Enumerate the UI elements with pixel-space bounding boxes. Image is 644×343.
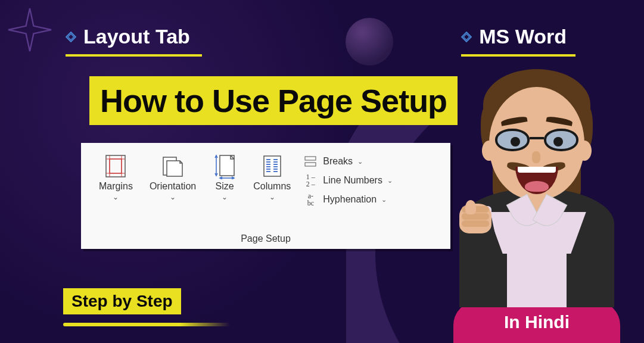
- breaks-icon: [303, 155, 318, 168]
- size-icon: [213, 154, 237, 179]
- tag-underline: [66, 54, 202, 57]
- tag-left-label: Layout Tab: [83, 25, 190, 48]
- line-numbers-icon: 1 –2 –: [303, 174, 318, 187]
- line-numbers-button[interactable]: 1 –2 – Line Numbers ⌄: [303, 174, 393, 187]
- hyphenation-icon: a-bc: [303, 193, 318, 206]
- tag-layout-tab: Layout Tab: [66, 25, 190, 48]
- svg-rect-1: [110, 159, 122, 173]
- margins-icon: [104, 154, 127, 179]
- bullet-icon: [461, 32, 472, 42]
- orientation-icon: [161, 154, 185, 179]
- svg-rect-23: [305, 157, 316, 160]
- chevron-down-icon: ⌄: [113, 193, 119, 201]
- character-illustration: [447, 51, 626, 307]
- sparkle-icon: [6, 6, 54, 54]
- orientation-button[interactable]: Orientation ⌄: [141, 150, 204, 201]
- chevron-down-icon: ⌄: [222, 193, 228, 201]
- svg-rect-24: [305, 163, 316, 166]
- orientation-label: Orientation: [150, 181, 196, 192]
- step-by-step-badge: Step by Step: [63, 288, 181, 314]
- columns-button[interactable]: Columns ⌄: [245, 150, 299, 201]
- svg-rect-7: [220, 155, 234, 176]
- in-hindi-badge: In Hindi: [453, 301, 620, 343]
- size-label: Size: [216, 181, 234, 192]
- hyphenation-button[interactable]: a-bc Hyphenation ⌄: [303, 193, 393, 206]
- hyphenation-label: Hyphenation: [323, 194, 377, 205]
- tag-ms-word: MS Word: [461, 25, 567, 48]
- margins-button[interactable]: Margins ⌄: [91, 150, 141, 201]
- line-numbers-label: Line Numbers: [323, 175, 382, 186]
- columns-icon: [260, 154, 284, 179]
- chevron-down-icon: ⌄: [170, 193, 176, 201]
- size-button[interactable]: Size ⌄: [204, 150, 245, 201]
- chevron-down-icon: ⌄: [387, 177, 393, 185]
- margins-label: Margins: [99, 181, 133, 192]
- chevron-down-icon: ⌄: [357, 158, 363, 166]
- bullet-icon: [66, 32, 76, 42]
- hero-title: How to Use Page Setup: [89, 76, 458, 125]
- breaks-label: Breaks: [323, 156, 353, 167]
- breaks-button[interactable]: Breaks ⌄: [303, 155, 393, 168]
- decorative-sphere: [346, 18, 393, 66]
- tag-right-label: MS Word: [479, 25, 567, 48]
- ribbon-group-label: Page Setup: [81, 233, 450, 244]
- chevron-down-icon: ⌄: [269, 193, 275, 201]
- columns-label: Columns: [253, 181, 291, 192]
- ribbon-page-setup-group: Margins ⌄ Orientation ⌄: [81, 143, 450, 249]
- chevron-down-icon: ⌄: [381, 196, 387, 204]
- step-underline: [63, 323, 230, 326]
